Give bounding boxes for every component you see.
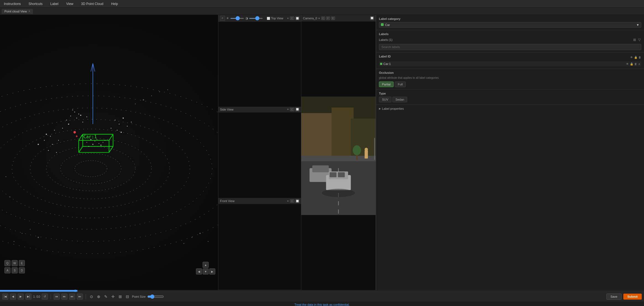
sort-icon-btn[interactable]: ▽ bbox=[638, 37, 641, 42]
label-trash-icon[interactable]: 🗑 bbox=[634, 62, 637, 66]
camera-image[interactable] bbox=[301, 22, 376, 290]
svg-point-55 bbox=[87, 142, 87, 143]
street-scene-svg bbox=[301, 22, 376, 290]
key-row-2: A S D bbox=[4, 267, 25, 273]
label-props-section[interactable]: ▶ Label properties bbox=[376, 105, 644, 113]
main-tab[interactable]: Point cloud View × bbox=[2, 9, 33, 14]
svg-point-64 bbox=[104, 140, 105, 141]
top-view-header: P ☀ ◑ ⬜ Top View × C ⬜ bbox=[218, 15, 301, 22]
svg-point-16 bbox=[72, 109, 73, 110]
nav-right[interactable]: ▶ bbox=[209, 268, 215, 274]
sideview-close[interactable]: × bbox=[287, 108, 289, 111]
key-a[interactable]: A bbox=[4, 267, 11, 273]
key-w[interactable]: W bbox=[12, 260, 18, 266]
filter-icon-btn[interactable]: ⊞ bbox=[633, 37, 637, 42]
topview-close[interactable]: × bbox=[287, 17, 289, 20]
label-lock-icon[interactable]: 🔒 bbox=[630, 62, 633, 66]
progress-handle[interactable] bbox=[74, 290, 76, 292]
box-tool[interactable]: ⊕ bbox=[96, 294, 101, 299]
first-frame-btn[interactable]: |◀ bbox=[2, 294, 8, 300]
nav-left[interactable]: ◀ bbox=[196, 268, 202, 274]
key-q[interactable]: Q bbox=[4, 260, 11, 266]
prev-frame-btn[interactable]: ◀ bbox=[10, 294, 16, 300]
frontview-expand-btn[interactable]: ⬜ bbox=[295, 199, 299, 203]
frontview-close[interactable]: × bbox=[287, 200, 289, 203]
front-view-canvas[interactable] bbox=[218, 204, 301, 289]
key-d[interactable]: D bbox=[19, 267, 25, 273]
full-btn[interactable]: Full bbox=[395, 82, 406, 87]
menu-3d-point-cloud[interactable]: 3D Point Cloud bbox=[79, 1, 105, 7]
progress-bar-area[interactable] bbox=[0, 290, 644, 292]
camera-label: Camera_0 bbox=[303, 17, 317, 20]
svg-point-14 bbox=[76, 118, 77, 119]
point-size-slider[interactable] bbox=[147, 294, 164, 299]
save-button[interactable]: Save bbox=[606, 294, 622, 300]
nav-down[interactable]: ▼ bbox=[203, 268, 209, 274]
svg-point-32 bbox=[123, 117, 124, 119]
point-cloud-view: ^Car:1 bbox=[0, 15, 218, 290]
nav-row: ◀ ▼ ▶ bbox=[196, 268, 215, 274]
menu-help[interactable]: Help bbox=[109, 1, 120, 7]
prev-skip-btn[interactable]: ⏮ bbox=[54, 294, 60, 300]
camera-expand-btn[interactable]: ⬜ bbox=[370, 16, 374, 20]
label-expand-icon[interactable]: ∧ bbox=[638, 62, 640, 66]
next-skip-btn[interactable]: ⏭ bbox=[69, 294, 75, 300]
prev-step-btn[interactable]: ⏭ bbox=[61, 294, 67, 300]
svg-point-77 bbox=[159, 91, 160, 92]
top-view-canvas[interactable] bbox=[218, 22, 301, 107]
pc-canvas[interactable]: ^Car:1 bbox=[0, 15, 218, 290]
transform-tool[interactable]: ⊞ bbox=[117, 294, 123, 299]
move-tool[interactable]: ✛ bbox=[110, 294, 116, 299]
key-s[interactable]: S bbox=[12, 267, 18, 273]
menu-shortcuts[interactable]: Shortcuts bbox=[27, 1, 44, 7]
camera-close[interactable]: × bbox=[318, 17, 320, 20]
hide-icon[interactable]: 👁 bbox=[630, 56, 633, 59]
camera-badge-e[interactable]: E bbox=[331, 17, 335, 20]
svg-point-36 bbox=[121, 132, 122, 133]
side-view-canvas[interactable] bbox=[218, 113, 301, 197]
label-props-row[interactable]: ▶ Label properties bbox=[379, 107, 641, 110]
right-views: P ☀ ◑ ⬜ Top View × C ⬜ Side View × C ⬜ bbox=[218, 15, 301, 290]
category-select[interactable]: Car ▼ bbox=[379, 22, 641, 28]
submit-button[interactable]: Submit bbox=[623, 294, 642, 300]
front-view-label: Front View bbox=[220, 199, 234, 203]
tab-close[interactable]: × bbox=[28, 10, 30, 13]
topview-expand-btn[interactable]: ⬜ bbox=[295, 16, 299, 20]
refresh-btn[interactable]: ↺ bbox=[42, 294, 48, 300]
topview-badge[interactable]: C bbox=[290, 17, 295, 20]
toolbar-sep-1 bbox=[51, 294, 51, 299]
key-e[interactable]: E bbox=[19, 260, 25, 266]
frontview-badge[interactable]: C bbox=[290, 199, 295, 203]
pencil-tool[interactable]: ✎ bbox=[103, 294, 109, 299]
sideview-badge[interactable]: C bbox=[290, 108, 295, 111]
partial-btn[interactable]: Partial bbox=[379, 82, 394, 87]
topview-expand[interactable]: ⬜ bbox=[267, 17, 270, 20]
menu-instructions[interactable]: Instructions bbox=[2, 1, 22, 7]
svg-point-82 bbox=[30, 229, 31, 230]
contrast-slider[interactable] bbox=[249, 18, 263, 19]
camera-badge-c[interactable]: C bbox=[321, 17, 325, 20]
svg-rect-97 bbox=[312, 165, 329, 172]
search-labels-input[interactable] bbox=[379, 44, 641, 50]
play-btn[interactable]: ▶ bbox=[18, 294, 24, 300]
svg-point-28 bbox=[48, 150, 49, 151]
label-hide-icon[interactable]: 👁 bbox=[626, 62, 629, 66]
svg-point-23 bbox=[46, 134, 47, 135]
topview-panel-icon[interactable]: P bbox=[220, 16, 225, 21]
brightness-slider[interactable] bbox=[230, 18, 244, 19]
trash-icon[interactable]: 🗑 bbox=[638, 56, 641, 59]
sedan-btn[interactable]: Sedan bbox=[392, 97, 407, 102]
last-frame-btn[interactable]: ▶| bbox=[25, 294, 32, 300]
next-last-btn[interactable]: ⏭ bbox=[77, 294, 83, 300]
measure-tool[interactable]: ⊟ bbox=[125, 294, 130, 299]
front-view-header: Front View × C ⬜ bbox=[218, 198, 301, 204]
menu-label[interactable]: Label bbox=[49, 1, 60, 7]
select-tool[interactable]: ⊙ bbox=[89, 294, 94, 299]
side-view-panel: Side View × C ⬜ bbox=[218, 107, 301, 198]
suv-btn[interactable]: SUV bbox=[379, 97, 391, 102]
sideview-expand-btn[interactable]: ⬜ bbox=[295, 108, 299, 111]
camera-badge-f[interactable]: F bbox=[326, 17, 330, 20]
lock-icon[interactable]: 🔒 bbox=[634, 56, 637, 59]
nav-up[interactable]: ▲ bbox=[203, 262, 209, 268]
menu-view[interactable]: View bbox=[64, 1, 75, 7]
